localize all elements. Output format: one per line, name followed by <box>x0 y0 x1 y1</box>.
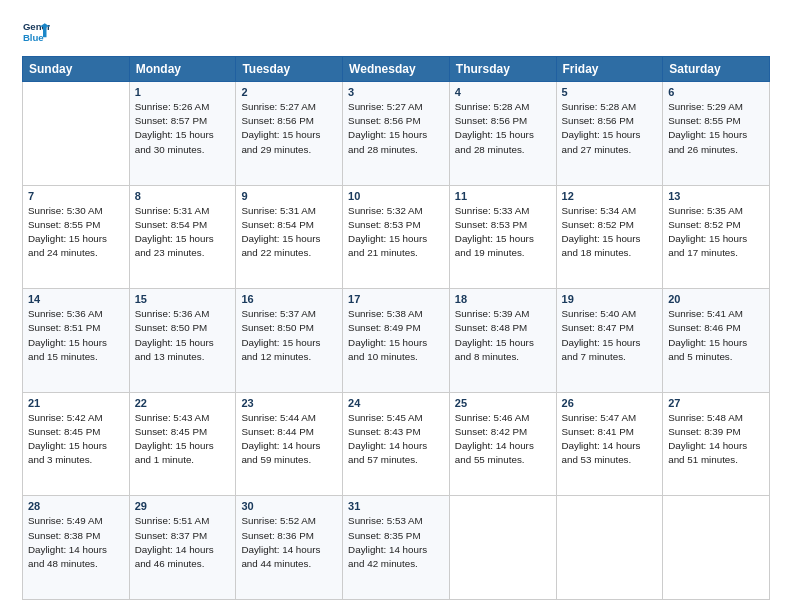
day-number: 28 <box>28 500 124 512</box>
day-number: 12 <box>562 190 658 202</box>
calendar-cell: 30Sunrise: 5:52 AMSunset: 8:36 PMDayligh… <box>236 496 343 600</box>
day-number: 19 <box>562 293 658 305</box>
day-info: Sunrise: 5:33 AMSunset: 8:53 PMDaylight:… <box>455 204 551 261</box>
day-number: 18 <box>455 293 551 305</box>
calendar-cell <box>663 496 770 600</box>
calendar-cell: 8Sunrise: 5:31 AMSunset: 8:54 PMDaylight… <box>129 185 236 289</box>
day-number: 11 <box>455 190 551 202</box>
day-number: 9 <box>241 190 337 202</box>
calendar-week-row: 28Sunrise: 5:49 AMSunset: 8:38 PMDayligh… <box>23 496 770 600</box>
calendar-cell: 6Sunrise: 5:29 AMSunset: 8:55 PMDaylight… <box>663 82 770 186</box>
calendar-cell: 16Sunrise: 5:37 AMSunset: 8:50 PMDayligh… <box>236 289 343 393</box>
calendar-cell: 22Sunrise: 5:43 AMSunset: 8:45 PMDayligh… <box>129 392 236 496</box>
weekday-header: Saturday <box>663 57 770 82</box>
calendar-cell: 18Sunrise: 5:39 AMSunset: 8:48 PMDayligh… <box>449 289 556 393</box>
calendar-cell: 2Sunrise: 5:27 AMSunset: 8:56 PMDaylight… <box>236 82 343 186</box>
calendar-week-row: 1Sunrise: 5:26 AMSunset: 8:57 PMDaylight… <box>23 82 770 186</box>
calendar-cell: 20Sunrise: 5:41 AMSunset: 8:46 PMDayligh… <box>663 289 770 393</box>
day-info: Sunrise: 5:44 AMSunset: 8:44 PMDaylight:… <box>241 411 337 468</box>
day-number: 7 <box>28 190 124 202</box>
day-number: 3 <box>348 86 444 98</box>
calendar-cell: 14Sunrise: 5:36 AMSunset: 8:51 PMDayligh… <box>23 289 130 393</box>
day-number: 26 <box>562 397 658 409</box>
calendar-cell <box>556 496 663 600</box>
calendar-week-row: 14Sunrise: 5:36 AMSunset: 8:51 PMDayligh… <box>23 289 770 393</box>
calendar-cell: 28Sunrise: 5:49 AMSunset: 8:38 PMDayligh… <box>23 496 130 600</box>
calendar-cell <box>449 496 556 600</box>
calendar-cell: 9Sunrise: 5:31 AMSunset: 8:54 PMDaylight… <box>236 185 343 289</box>
calendar-cell: 27Sunrise: 5:48 AMSunset: 8:39 PMDayligh… <box>663 392 770 496</box>
calendar-cell: 10Sunrise: 5:32 AMSunset: 8:53 PMDayligh… <box>343 185 450 289</box>
calendar-cell: 26Sunrise: 5:47 AMSunset: 8:41 PMDayligh… <box>556 392 663 496</box>
weekday-header: Friday <box>556 57 663 82</box>
day-number: 17 <box>348 293 444 305</box>
day-info: Sunrise: 5:34 AMSunset: 8:52 PMDaylight:… <box>562 204 658 261</box>
calendar-cell: 5Sunrise: 5:28 AMSunset: 8:56 PMDaylight… <box>556 82 663 186</box>
day-info: Sunrise: 5:47 AMSunset: 8:41 PMDaylight:… <box>562 411 658 468</box>
header: General Blue <box>22 18 770 46</box>
weekday-header: Thursday <box>449 57 556 82</box>
day-info: Sunrise: 5:51 AMSunset: 8:37 PMDaylight:… <box>135 514 231 571</box>
weekday-header: Monday <box>129 57 236 82</box>
day-info: Sunrise: 5:48 AMSunset: 8:39 PMDaylight:… <box>668 411 764 468</box>
day-info: Sunrise: 5:41 AMSunset: 8:46 PMDaylight:… <box>668 307 764 364</box>
day-info: Sunrise: 5:35 AMSunset: 8:52 PMDaylight:… <box>668 204 764 261</box>
day-number: 1 <box>135 86 231 98</box>
day-info: Sunrise: 5:36 AMSunset: 8:51 PMDaylight:… <box>28 307 124 364</box>
day-number: 4 <box>455 86 551 98</box>
day-info: Sunrise: 5:49 AMSunset: 8:38 PMDaylight:… <box>28 514 124 571</box>
day-info: Sunrise: 5:40 AMSunset: 8:47 PMDaylight:… <box>562 307 658 364</box>
day-number: 6 <box>668 86 764 98</box>
day-number: 20 <box>668 293 764 305</box>
calendar-cell <box>23 82 130 186</box>
day-number: 14 <box>28 293 124 305</box>
day-info: Sunrise: 5:38 AMSunset: 8:49 PMDaylight:… <box>348 307 444 364</box>
day-info: Sunrise: 5:39 AMSunset: 8:48 PMDaylight:… <box>455 307 551 364</box>
calendar-page: General Blue SundayMondayTuesdayWednesda… <box>0 0 792 612</box>
day-info: Sunrise: 5:27 AMSunset: 8:56 PMDaylight:… <box>241 100 337 157</box>
day-info: Sunrise: 5:30 AMSunset: 8:55 PMDaylight:… <box>28 204 124 261</box>
calendar-cell: 21Sunrise: 5:42 AMSunset: 8:45 PMDayligh… <box>23 392 130 496</box>
weekday-header: Tuesday <box>236 57 343 82</box>
day-number: 23 <box>241 397 337 409</box>
day-info: Sunrise: 5:46 AMSunset: 8:42 PMDaylight:… <box>455 411 551 468</box>
calendar-cell: 13Sunrise: 5:35 AMSunset: 8:52 PMDayligh… <box>663 185 770 289</box>
calendar-cell: 31Sunrise: 5:53 AMSunset: 8:35 PMDayligh… <box>343 496 450 600</box>
weekday-header: Sunday <box>23 57 130 82</box>
day-info: Sunrise: 5:45 AMSunset: 8:43 PMDaylight:… <box>348 411 444 468</box>
calendar-cell: 11Sunrise: 5:33 AMSunset: 8:53 PMDayligh… <box>449 185 556 289</box>
logo-icon: General Blue <box>22 18 50 46</box>
calendar-cell: 29Sunrise: 5:51 AMSunset: 8:37 PMDayligh… <box>129 496 236 600</box>
day-info: Sunrise: 5:53 AMSunset: 8:35 PMDaylight:… <box>348 514 444 571</box>
calendar-table: SundayMondayTuesdayWednesdayThursdayFrid… <box>22 56 770 600</box>
day-info: Sunrise: 5:31 AMSunset: 8:54 PMDaylight:… <box>135 204 231 261</box>
day-number: 16 <box>241 293 337 305</box>
logo: General Blue <box>22 18 50 46</box>
calendar-cell: 12Sunrise: 5:34 AMSunset: 8:52 PMDayligh… <box>556 185 663 289</box>
day-info: Sunrise: 5:26 AMSunset: 8:57 PMDaylight:… <box>135 100 231 157</box>
calendar-cell: 17Sunrise: 5:38 AMSunset: 8:49 PMDayligh… <box>343 289 450 393</box>
day-info: Sunrise: 5:31 AMSunset: 8:54 PMDaylight:… <box>241 204 337 261</box>
day-number: 27 <box>668 397 764 409</box>
day-info: Sunrise: 5:28 AMSunset: 8:56 PMDaylight:… <box>562 100 658 157</box>
calendar-cell: 24Sunrise: 5:45 AMSunset: 8:43 PMDayligh… <box>343 392 450 496</box>
day-number: 15 <box>135 293 231 305</box>
day-info: Sunrise: 5:52 AMSunset: 8:36 PMDaylight:… <box>241 514 337 571</box>
day-number: 30 <box>241 500 337 512</box>
day-number: 22 <box>135 397 231 409</box>
day-info: Sunrise: 5:36 AMSunset: 8:50 PMDaylight:… <box>135 307 231 364</box>
day-info: Sunrise: 5:29 AMSunset: 8:55 PMDaylight:… <box>668 100 764 157</box>
calendar-week-row: 7Sunrise: 5:30 AMSunset: 8:55 PMDaylight… <box>23 185 770 289</box>
calendar-body: 1Sunrise: 5:26 AMSunset: 8:57 PMDaylight… <box>23 82 770 600</box>
calendar-header: SundayMondayTuesdayWednesdayThursdayFrid… <box>23 57 770 82</box>
day-number: 31 <box>348 500 444 512</box>
calendar-cell: 4Sunrise: 5:28 AMSunset: 8:56 PMDaylight… <box>449 82 556 186</box>
calendar-cell: 3Sunrise: 5:27 AMSunset: 8:56 PMDaylight… <box>343 82 450 186</box>
day-number: 29 <box>135 500 231 512</box>
weekday-header: Wednesday <box>343 57 450 82</box>
calendar-week-row: 21Sunrise: 5:42 AMSunset: 8:45 PMDayligh… <box>23 392 770 496</box>
day-number: 24 <box>348 397 444 409</box>
weekday-row: SundayMondayTuesdayWednesdayThursdayFrid… <box>23 57 770 82</box>
day-number: 2 <box>241 86 337 98</box>
calendar-cell: 15Sunrise: 5:36 AMSunset: 8:50 PMDayligh… <box>129 289 236 393</box>
